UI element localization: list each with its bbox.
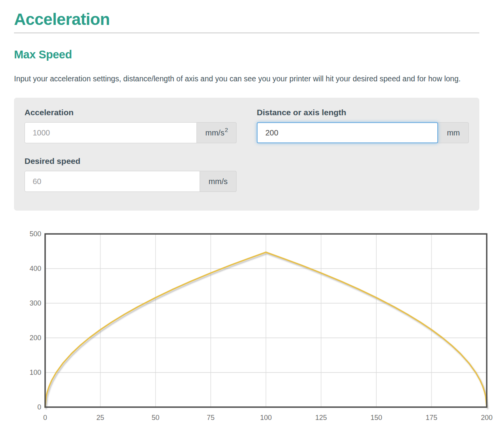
desired-speed-field-group: Desired speed mm/s <box>25 156 237 192</box>
x-axis-tick-label: 125 <box>315 414 327 422</box>
x-axis-tick-label: 25 <box>96 414 104 422</box>
acceleration-field-group: Acceleration mm/s2 <box>25 108 237 143</box>
x-axis-tick-label: 0 <box>43 414 47 422</box>
x-axis-tick-label: 100 <box>260 414 272 422</box>
section-title: Max Speed <box>14 48 479 61</box>
settings-panel: Acceleration mm/s2 Distance or axis leng… <box>14 98 479 211</box>
description-text: Input your acceleration settings, distan… <box>14 71 479 86</box>
desired-speed-label: Desired speed <box>25 156 237 166</box>
acceleration-input[interactable] <box>25 122 197 143</box>
distance-label: Distance or axis length <box>257 108 469 117</box>
page: Acceleration Max Speed Input your accele… <box>0 0 498 426</box>
page-title: Acceleration <box>14 9 479 30</box>
x-axis-tick-label: 75 <box>207 414 215 422</box>
x-axis-tick-label: 175 <box>426 414 437 422</box>
speed-chart: 01002003004005000255075100125150175200 <box>14 230 493 425</box>
acceleration-unit-base: mm/s <box>205 128 224 137</box>
acceleration-unit: mm/s2 <box>197 122 237 143</box>
distance-unit: mm <box>437 122 469 143</box>
desired-speed-input[interactable] <box>25 171 200 192</box>
x-axis-tick-label: 150 <box>370 414 382 422</box>
y-axis-tick-label: 400 <box>30 265 41 272</box>
acceleration-label: Acceleration <box>25 108 237 117</box>
desired-speed-unit: mm/s <box>200 171 237 192</box>
x-axis-tick-label: 50 <box>152 414 160 422</box>
y-axis-tick-label: 300 <box>30 299 41 307</box>
y-axis-tick-label: 200 <box>30 334 41 342</box>
distance-input[interactable] <box>257 122 438 143</box>
y-axis-tick-label: 0 <box>37 403 41 411</box>
y-axis-tick-label: 100 <box>30 369 41 376</box>
distance-field-group: Distance or axis length mm <box>257 108 469 143</box>
speed-chart-container: 01002003004005000255075100125150175200 <box>14 230 479 426</box>
y-axis-tick-label: 500 <box>30 230 41 238</box>
form-grid-spacer <box>257 156 469 192</box>
x-axis-tick-label: 200 <box>481 414 493 422</box>
title-divider <box>14 32 479 33</box>
